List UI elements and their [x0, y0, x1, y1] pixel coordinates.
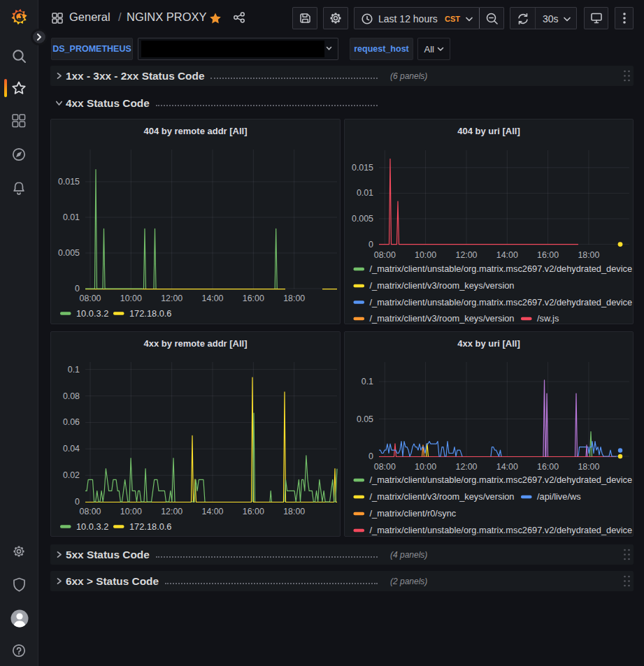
svg-text:14:00: 14:00	[201, 294, 223, 303]
svg-text:0.06: 0.06	[63, 417, 80, 427]
svg-text:/_matrix/client/unstable/org.m: /_matrix/client/unstable/org.matrix.msc2…	[370, 475, 633, 485]
svg-text:08:00: 08:00	[79, 507, 101, 516]
svg-text:14:00: 14:00	[496, 462, 518, 472]
svg-text:18:00: 18:00	[283, 507, 305, 516]
svg-text:12:00: 12:00	[161, 507, 183, 516]
svg-text:/_matrix/client/r0/sync: /_matrix/client/r0/sync	[370, 508, 457, 519]
svg-text:0.04: 0.04	[63, 444, 80, 454]
svg-text:12:00: 12:00	[455, 462, 477, 472]
svg-text:0.015: 0.015	[352, 163, 373, 173]
svg-text:0: 0	[368, 451, 373, 461]
svg-text:172.18.0.6: 172.18.0.6	[129, 521, 172, 532]
svg-text:16:00: 16:00	[537, 462, 559, 472]
svg-text:0: 0	[75, 497, 80, 507]
svg-text:172.18.0.6: 172.18.0.6	[129, 308, 172, 319]
svg-text:/sw.js: /sw.js	[537, 313, 559, 324]
svg-text:0.08: 0.08	[63, 391, 80, 401]
svg-text:/_matrix/client/unstable/org.m: /_matrix/client/unstable/org.matrix.msc2…	[370, 525, 633, 535]
svg-text:/_matrix/client/v3/room_keys/v: /_matrix/client/v3/room_keys/version	[370, 280, 515, 291]
svg-text:10:00: 10:00	[415, 250, 436, 260]
svg-text:0.1: 0.1	[68, 365, 80, 375]
svg-text:14:00: 14:00	[496, 250, 518, 260]
svg-text:0: 0	[368, 240, 373, 249]
svg-text:16:00: 16:00	[243, 507, 264, 516]
svg-text:/_matrix/client/v3/room_keys/v: /_matrix/client/v3/room_keys/version	[370, 491, 515, 502]
svg-text:08:00: 08:00	[374, 250, 396, 260]
svg-text:/_matrix/client/v3/room_keys/v: /_matrix/client/v3/room_keys/version	[370, 313, 515, 324]
svg-text:10.0.3.2: 10.0.3.2	[76, 308, 108, 319]
svg-text:18:00: 18:00	[283, 294, 305, 303]
svg-text:08:00: 08:00	[79, 294, 101, 303]
svg-text:0.05: 0.05	[357, 414, 373, 424]
svg-text:10:00: 10:00	[120, 507, 142, 516]
svg-text:0.01: 0.01	[63, 212, 80, 222]
svg-text:14:00: 14:00	[201, 507, 223, 516]
svg-text:0.005: 0.005	[58, 248, 80, 258]
svg-text:08:00: 08:00	[374, 462, 396, 472]
svg-text:0.02: 0.02	[63, 470, 80, 480]
svg-text:/_matrix/client/unstable/org.m: /_matrix/client/unstable/org.matrix.msc2…	[370, 297, 633, 307]
svg-text:12:00: 12:00	[455, 250, 477, 260]
svg-text:0.01: 0.01	[357, 188, 373, 198]
svg-text:10:00: 10:00	[120, 294, 142, 303]
svg-text:0.1: 0.1	[362, 377, 373, 386]
svg-text:/_matrix/client/unstable/org.m: /_matrix/client/unstable/org.matrix.msc2…	[370, 263, 633, 274]
svg-text:/api/live/ws: /api/live/ws	[537, 491, 581, 502]
svg-text:18:00: 18:00	[578, 462, 599, 472]
svg-text:0: 0	[75, 284, 80, 294]
svg-text:12:00: 12:00	[161, 294, 183, 303]
svg-text:10.0.3.2: 10.0.3.2	[76, 521, 108, 532]
svg-text:16:00: 16:00	[537, 250, 559, 260]
svg-text:0.005: 0.005	[352, 214, 373, 224]
svg-text:18:00: 18:00	[578, 250, 599, 260]
svg-text:10:00: 10:00	[415, 462, 436, 472]
svg-text:16:00: 16:00	[243, 294, 264, 303]
svg-text:0.015: 0.015	[58, 177, 80, 187]
